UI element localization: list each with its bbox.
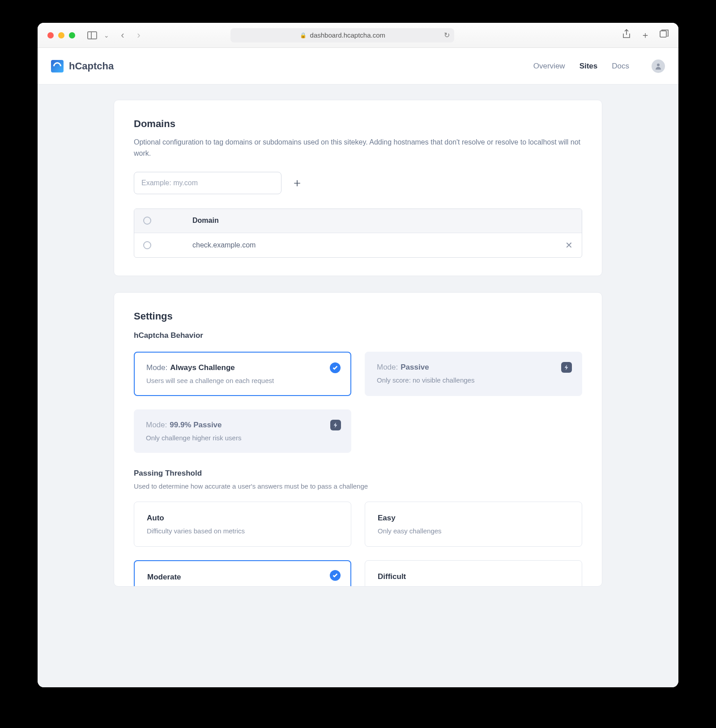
share-icon[interactable] — [622, 29, 631, 41]
logo-icon — [51, 60, 64, 72]
sidebar-toggle-button[interactable] — [87, 30, 98, 41]
svg-rect-0 — [660, 31, 666, 37]
threshold-sub: Used to determine how accurate a user's … — [134, 482, 582, 490]
app-header: hCaptcha Overview Sites Docs — [38, 48, 678, 85]
behavior-label: hCaptcha Behavior — [134, 331, 582, 340]
forward-button[interactable]: › — [133, 30, 144, 41]
add-domain-button[interactable]: ＋ — [291, 175, 303, 191]
svg-point-1 — [657, 64, 660, 66]
tab-overview-icon[interactable] — [660, 29, 669, 41]
threshold-grid: Auto Difficulty varies based on metrics … — [134, 502, 582, 547]
check-icon — [330, 570, 341, 581]
url-text: dashboard.hcaptcha.com — [310, 31, 385, 39]
domain-table-header: Domain — [134, 209, 582, 233]
threshold-title: Passing Threshold — [134, 469, 582, 478]
domain-column-header: Domain — [192, 217, 573, 225]
lock-icon: 🔒 — [300, 32, 307, 38]
domains-card: Domains Optional configuration to tag do… — [114, 100, 602, 276]
select-all-radio[interactable] — [143, 217, 151, 225]
domain-input[interactable] — [134, 172, 281, 194]
back-button[interactable]: ‹ — [117, 30, 128, 41]
minimize-window-icon[interactable] — [58, 32, 64, 38]
domain-value: check.example.com — [192, 241, 565, 249]
maximize-window-icon[interactable] — [69, 32, 75, 38]
threshold-auto[interactable]: Auto Difficulty varies based on metrics — [134, 502, 351, 547]
threshold-difficult[interactable]: Difficult — [365, 560, 582, 586]
nav-sites[interactable]: Sites — [580, 62, 598, 71]
domains-title: Domains — [134, 118, 582, 130]
remove-domain-icon[interactable]: ✕ — [565, 240, 573, 251]
threshold-grid-row2: Moderate Difficult — [134, 560, 582, 586]
settings-title: Settings — [134, 311, 582, 322]
threshold-moderate[interactable]: Moderate — [134, 560, 351, 586]
tab-group-dropdown[interactable]: ⌄ — [101, 30, 112, 41]
address-bar[interactable]: 🔒 dashboard.hcaptcha.com ↻ — [230, 28, 454, 43]
top-nav: Overview Sites Docs — [533, 60, 665, 73]
brand-name: hCaptcha — [69, 60, 114, 72]
behavior-mode-grid: Mode:Always Challenge Users will see a c… — [134, 352, 582, 453]
bolt-icon — [561, 362, 572, 373]
domain-row-radio[interactable] — [143, 241, 151, 249]
page-content: Domains Optional configuration to tag do… — [38, 85, 678, 687]
check-icon — [330, 362, 341, 373]
nav-overview[interactable]: Overview — [533, 62, 565, 71]
mode-always-challenge[interactable]: Mode:Always Challenge Users will see a c… — [134, 352, 351, 396]
bolt-icon — [330, 420, 341, 430]
mode-passive[interactable]: Mode:Passive Only score: no visible chal… — [365, 352, 582, 396]
nav-docs[interactable]: Docs — [612, 62, 629, 71]
user-avatar[interactable] — [652, 60, 665, 73]
window-controls[interactable] — [47, 32, 75, 38]
browser-toolbar: ⌄ ‹ › 🔒 dashboard.hcaptcha.com ↻ ＋ — [38, 23, 678, 48]
browser-window: ⌄ ‹ › 🔒 dashboard.hcaptcha.com ↻ ＋ hCapt… — [38, 23, 678, 687]
reload-icon[interactable]: ↻ — [444, 31, 450, 39]
mode-999-passive[interactable]: Mode:99.9% Passive Only challenge higher… — [134, 409, 351, 453]
domain-table: Domain check.example.com ✕ — [134, 209, 582, 258]
settings-card: Settings hCaptcha Behavior Mode:Always C… — [114, 292, 602, 587]
domains-description: Optional configuration to tag domains or… — [134, 137, 582, 159]
new-tab-icon[interactable]: ＋ — [641, 29, 650, 41]
threshold-easy[interactable]: Easy Only easy challenges — [365, 502, 582, 547]
domain-row: check.example.com ✕ — [134, 233, 582, 257]
close-window-icon[interactable] — [47, 32, 54, 38]
